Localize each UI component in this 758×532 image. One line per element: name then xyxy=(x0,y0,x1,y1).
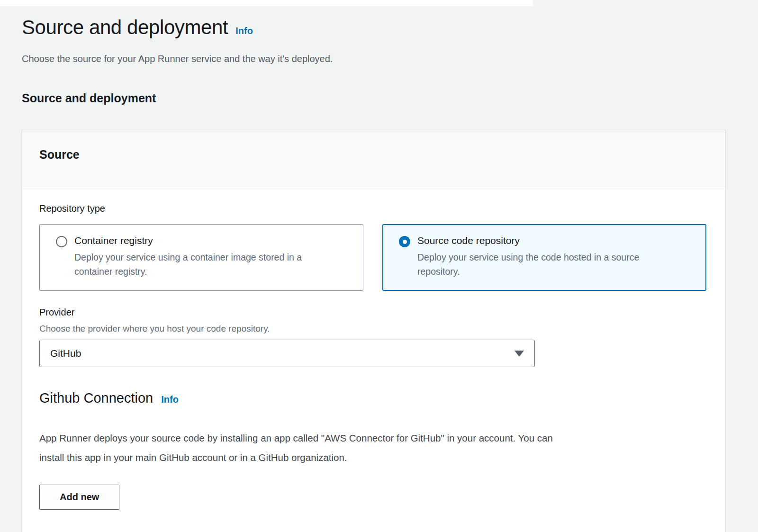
github-connection-info-link[interactable]: Info xyxy=(161,394,179,405)
add-new-button[interactable]: Add new xyxy=(39,485,119,510)
source-card-header: Source xyxy=(22,130,725,187)
github-connection-heading: Github Connection xyxy=(39,389,153,406)
provider-label: Provider xyxy=(39,306,706,318)
provider-select[interactable]: GitHub xyxy=(39,340,535,367)
github-connection-description-line1: App Runner deploys your source code by i… xyxy=(39,428,706,448)
repository-type-option-container-registry[interactable]: Container registry Deploy your service u… xyxy=(39,224,363,291)
repository-type-option-source-code-repository[interactable]: Source code repository Deploy your servi… xyxy=(382,224,706,291)
source-and-deployment-page: Source and deployment Info Choose the so… xyxy=(0,0,758,532)
source-code-repository-label: Source code repository xyxy=(417,234,676,248)
container-registry-text: Container registry Deploy your service u… xyxy=(74,234,340,279)
page-subtitle: Choose the source for your App Runner se… xyxy=(22,52,726,65)
page-title-info-link[interactable]: Info xyxy=(235,26,253,36)
repository-type-options: Container registry Deploy your service u… xyxy=(39,224,706,291)
source-code-repository-text: Source code repository Deploy your servi… xyxy=(417,234,676,279)
page-title: Source and deployment xyxy=(22,16,228,39)
source-code-repository-description: Deploy your service using the code hoste… xyxy=(417,250,676,279)
container-registry-radio-icon[interactable] xyxy=(56,236,67,247)
source-card-body: Repository type Container registry Deplo… xyxy=(22,187,725,532)
source-card: Source Repository type Container registr… xyxy=(22,130,726,532)
caret-down-icon xyxy=(514,351,524,357)
github-connection-description: App Runner deploys your source code by i… xyxy=(39,428,706,467)
section-heading: Source and deployment xyxy=(22,91,726,105)
provider-description: Choose the provider where you host your … xyxy=(39,323,706,335)
provider-select-value: GitHub xyxy=(50,348,81,359)
page-top-edge xyxy=(0,0,533,6)
container-registry-description: Deploy your service using a container im… xyxy=(74,250,340,279)
repository-type-label: Repository type xyxy=(39,202,706,215)
provider-field: Provider Choose the provider where you h… xyxy=(39,306,706,367)
container-registry-label: Container registry xyxy=(74,234,340,248)
github-connection-description-line2: install this app in your main GitHub acc… xyxy=(39,448,706,467)
source-code-repository-radio-icon[interactable] xyxy=(399,236,410,247)
source-card-title: Source xyxy=(39,148,80,161)
page-header: Source and deployment Info xyxy=(22,16,726,39)
github-connection-header: Github Connection Info xyxy=(39,389,706,406)
